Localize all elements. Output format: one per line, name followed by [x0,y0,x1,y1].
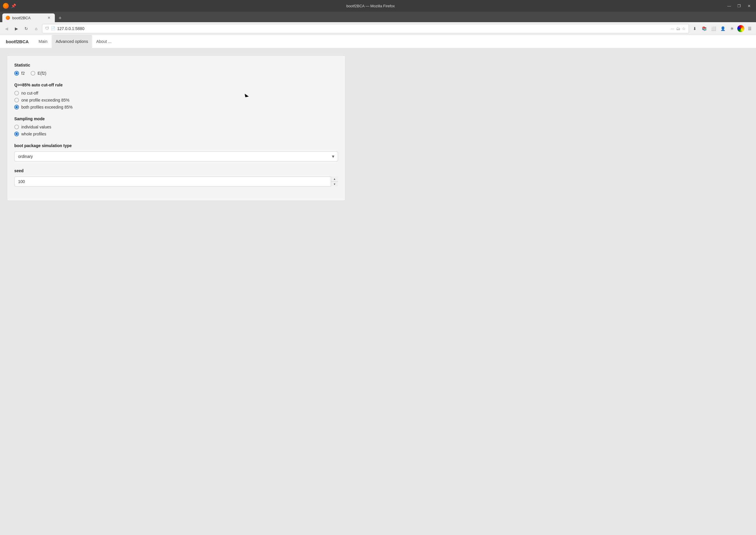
statistic-ef2-option[interactable]: E(f2) [31,71,46,75]
cutoff-title: Q>=85% auto cut-off rule [14,83,338,87]
both-profiles-label: both profiles exceeding 85% [21,105,73,109]
sampling-whole-option[interactable]: whole profiles [14,132,338,136]
seed-title: seed [14,168,338,173]
one-profile-label: one profile exceeding 85% [21,98,69,102]
statistic-radio-group: f2 E(f2) [14,71,338,75]
whole-radio[interactable] [14,132,19,136]
both-profiles-radio[interactable] [14,105,19,109]
tab-favicon [6,16,10,20]
app-nav: bootf2BCA Main Advanced options About ..… [0,35,756,48]
window-controls: — ❐ ✕ [725,2,753,10]
cutoff-one-option[interactable]: one profile exceeding 85% [14,98,338,102]
no-cutoff-radio[interactable] [14,91,19,96]
nav-bar: ◀ ▶ ↻ ⌂ 🛡 📄 127.0.0.1:5880 ··· 🗂 ☆ ⬇ 📚 ⬜… [0,22,756,35]
tab-overview-icon[interactable]: ⬜ [709,24,717,33]
tab-bar: bootf2BCA ✕ + [0,12,756,22]
download-icon[interactable]: ⬇ [691,24,699,33]
ef2-label: E(f2) [38,71,46,75]
seed-section: seed ▲ ▼ [14,168,338,186]
avatar-icon[interactable] [737,25,744,32]
boot-dropdown-wrapper: ordinary parametric balanced ▼ [14,152,338,161]
app-title: bootf2BCA [6,39,29,44]
account-icon[interactable]: 👤 [719,24,727,33]
seed-input-wrapper: ▲ ▼ [14,177,338,186]
title-bar-left-icons: 📌 [3,3,16,9]
bookmark-icon[interactable]: ☆ [682,26,686,31]
address-bar[interactable]: 🛡 📄 127.0.0.1:5880 ··· 🗂 ☆ [42,24,689,33]
cutoff-both-option[interactable]: both profiles exceeding 85% [14,105,338,109]
sampling-title: Sampling mode [14,117,338,121]
back-button[interactable]: ◀ [2,24,11,33]
close-window-button[interactable]: ✕ [745,2,753,10]
title-bar: 📌 bootf2BCA — Mozilla Firefox — ❐ ✕ [0,0,756,12]
restore-button[interactable]: ❐ [735,2,743,10]
seed-spinners: ▲ ▼ [331,177,338,186]
content-area: Statistic f2 E(f2) Q>=85% auto cut-off r… [0,48,756,535]
firefox-icon [3,3,9,9]
one-profile-radio[interactable] [14,98,19,102]
statistic-section: Statistic f2 E(f2) [14,63,338,75]
cutoff-section: Q>=85% auto cut-off rule no cut-off one … [14,83,338,109]
tab-about[interactable]: About ... [92,35,116,48]
statistic-f2-option[interactable]: f2 [14,71,25,75]
reload-button[interactable]: ↻ [22,24,30,33]
tab-advanced-options[interactable]: Advanced options [52,35,92,48]
boot-title: boot package simulation type [14,143,338,148]
nav-right-icons: ⬇ 📚 ⬜ 👤 ✳ ☰ [691,24,754,33]
boot-section: boot package simulation type ordinary pa… [14,143,338,161]
pocket-icon[interactable]: 🗂 [676,26,680,31]
cutoff-radio-group: no cut-off one profile exceeding 85% bot… [14,91,338,109]
no-cutoff-label: no cut-off [21,91,38,96]
forward-button[interactable]: ▶ [12,24,20,33]
f2-radio[interactable] [14,71,19,75]
statistic-title: Statistic [14,63,338,68]
shield-icon: 🛡 [45,26,49,31]
tab-close-button[interactable]: ✕ [47,15,51,20]
extensions-icon[interactable]: ✳ [728,24,736,33]
tab-main[interactable]: Main [35,35,51,48]
main-card: Statistic f2 E(f2) Q>=85% auto cut-off r… [7,55,345,201]
seed-decrement-button[interactable]: ▼ [331,182,338,187]
individual-label: individual values [21,125,51,129]
address-bar-icons: ··· 🗂 ☆ [671,26,686,31]
menu-button[interactable]: ☰ [745,24,754,33]
cutoff-none-option[interactable]: no cut-off [14,91,338,96]
sampling-section: Sampling mode individual values whole pr… [14,117,338,136]
new-tab-button[interactable]: + [56,14,64,22]
browser-tab[interactable]: bootf2BCA ✕ [2,14,55,22]
page-icon: 📄 [51,26,55,31]
minimize-button[interactable]: — [725,2,733,10]
ellipsis-icon[interactable]: ··· [671,26,674,31]
boot-dropdown[interactable]: ordinary parametric balanced [14,152,338,161]
whole-label: whole profiles [21,132,46,136]
seed-increment-button[interactable]: ▲ [331,177,338,182]
sampling-radio-group: individual values whole profiles [14,125,338,136]
url-text: 127.0.0.1:5880 [57,26,669,31]
pin-icon: 📌 [11,4,16,8]
bookmarks-icon[interactable]: 📚 [700,24,708,33]
home-button[interactable]: ⌂ [32,24,40,33]
seed-input[interactable] [14,177,338,186]
sampling-individual-option[interactable]: individual values [14,125,338,129]
individual-radio[interactable] [14,125,19,129]
f2-label: f2 [21,71,25,75]
ef2-radio[interactable] [31,71,35,75]
window-title: bootf2BCA — Mozilla Firefox [16,4,725,8]
tab-label: bootf2BCA [12,16,44,20]
